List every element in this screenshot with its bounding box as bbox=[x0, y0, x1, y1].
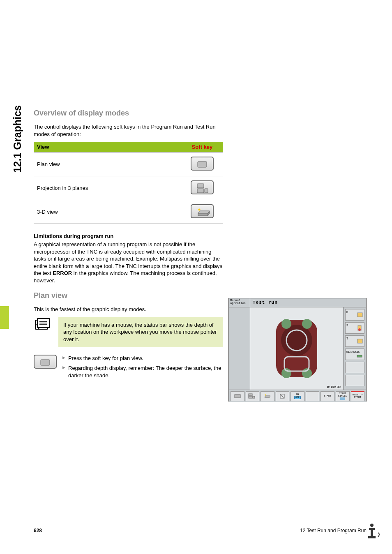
sk-onoff[interactable]: ON OFF bbox=[291, 391, 304, 401]
sk-start-single[interactable]: START SINGLE bbox=[336, 391, 350, 401]
col-header-view: View bbox=[34, 142, 182, 152]
svg-rect-3 bbox=[205, 189, 208, 193]
svg-rect-32 bbox=[368, 536, 376, 538]
sk-plan-icon[interactable] bbox=[231, 391, 244, 401]
svg-rect-20 bbox=[357, 355, 362, 357]
side-btn-diag-label: DIAGNOSIS bbox=[346, 351, 360, 353]
info-icon bbox=[364, 523, 380, 542]
side-btn-t-label: T bbox=[346, 337, 348, 340]
sp-right-col: M S T DIAGNOSIS bbox=[343, 307, 366, 390]
plan-intro: This is the fastest of the graphic displ… bbox=[34, 306, 223, 313]
section-title-plan: Plan view bbox=[34, 291, 223, 300]
svg-rect-2 bbox=[197, 189, 204, 193]
svg-point-4 bbox=[198, 209, 201, 211]
timer-value: 0:00:39 bbox=[327, 385, 341, 389]
step-softkey-icon bbox=[34, 355, 62, 370]
step-item: Press the soft key for plan view. bbox=[62, 355, 223, 362]
table-row: Projection in 3 planes bbox=[34, 176, 223, 200]
error-text: ERROR bbox=[53, 270, 72, 276]
page-footer: 628 12 Test Run and Program Run bbox=[34, 528, 367, 533]
cell-label: Projection in 3 planes bbox=[34, 176, 182, 200]
svg-point-9 bbox=[281, 325, 312, 356]
svg-rect-7 bbox=[41, 360, 50, 365]
svg-rect-0 bbox=[198, 162, 207, 167]
svg-rect-21 bbox=[235, 395, 240, 398]
table-row: 3-D view bbox=[34, 200, 223, 224]
sk-reset-start[interactable]: RESET + START bbox=[351, 391, 365, 401]
svg-rect-24 bbox=[253, 396, 255, 398]
sp-softkey-row: ON OFF START START SINGLE RESET + START bbox=[229, 390, 366, 402]
mode-label: Manual operation bbox=[229, 298, 250, 307]
svg-point-12 bbox=[281, 368, 291, 378]
main-content: Overview of display modes The control di… bbox=[34, 109, 223, 384]
svg-line-27 bbox=[280, 394, 284, 398]
note-block: If your machine has a mouse, the status … bbox=[34, 317, 223, 347]
intro-paragraph: The control displays the following soft … bbox=[34, 123, 223, 138]
sk-off-label: OFF bbox=[294, 396, 301, 399]
svg-point-29 bbox=[370, 524, 374, 527]
sk-3d-icon[interactable] bbox=[261, 391, 274, 401]
note-text: If your machine has a mouse, the status … bbox=[58, 317, 223, 347]
col-header-softkey: Soft key bbox=[182, 142, 223, 152]
limitations-paragraph: A graphical representation of a running … bbox=[34, 241, 223, 284]
sp-header: Manual operation Test run bbox=[229, 298, 366, 307]
softkey-plan-view-icon bbox=[191, 157, 214, 171]
side-btn-diagnosis[interactable]: DIAGNOSIS bbox=[345, 349, 364, 360]
svg-rect-22 bbox=[249, 394, 252, 396]
side-section-label: 12.1 Graphics bbox=[12, 107, 23, 173]
step-list: Press the soft key for plan view. Regard… bbox=[62, 355, 223, 382]
svg-rect-16 bbox=[357, 313, 362, 317]
note-icon bbox=[34, 317, 53, 334]
screen-title: Test run bbox=[250, 298, 366, 307]
side-btn-s[interactable]: S bbox=[345, 322, 364, 334]
svg-rect-19 bbox=[357, 339, 362, 343]
side-btn-m[interactable]: M bbox=[345, 309, 364, 321]
page-number: 628 bbox=[34, 528, 42, 533]
cell-label: 3-D view bbox=[34, 200, 182, 224]
step-item: Regarding depth display, remember: The d… bbox=[62, 365, 223, 379]
sk-3planes-icon[interactable] bbox=[246, 391, 260, 401]
sk-start[interactable]: START bbox=[321, 391, 334, 401]
cell-label: Plan view bbox=[34, 152, 182, 176]
sk-reset-label: RESET + START bbox=[352, 394, 364, 399]
sk-mag-icon[interactable] bbox=[276, 391, 290, 401]
sp-left-col bbox=[229, 307, 250, 390]
svg-rect-23 bbox=[249, 396, 252, 398]
softkey-3d-view-icon bbox=[191, 204, 214, 218]
svg-point-10 bbox=[281, 319, 291, 329]
svg-rect-28 bbox=[340, 397, 345, 400]
svg-point-11 bbox=[302, 319, 312, 329]
svg-rect-31 bbox=[371, 528, 373, 537]
step-row: Press the soft key for plan view. Regard… bbox=[34, 355, 223, 382]
side-btn-t[interactable]: T bbox=[345, 335, 364, 347]
sp-canvas: 0:00:39 bbox=[250, 307, 343, 390]
side-btn-m-label: M bbox=[346, 311, 348, 314]
side-btn-s-label: S bbox=[346, 324, 348, 327]
svg-point-18 bbox=[358, 328, 361, 331]
cnc-screenshot: Manual operation Test run 0:00:39 M bbox=[228, 298, 367, 402]
chapter-label: 12 Test Run and Program Run bbox=[300, 528, 367, 533]
side-btn-blank1[interactable] bbox=[345, 362, 364, 373]
svg-point-13 bbox=[302, 368, 312, 378]
sk-start-label: START bbox=[324, 395, 331, 397]
section-title-overview: Overview of display modes bbox=[34, 109, 223, 118]
table-row: Plan view bbox=[34, 152, 223, 176]
sk-start-single-label: START SINGLE bbox=[337, 392, 349, 397]
sk-blank[interactable] bbox=[306, 391, 320, 401]
page-edge-tab bbox=[0, 306, 9, 329]
side-btn-blank2[interactable] bbox=[345, 375, 364, 386]
svg-rect-1 bbox=[197, 184, 204, 188]
view-table: View Soft key Plan view Projection in 3 … bbox=[34, 142, 223, 224]
svg-point-25 bbox=[265, 394, 266, 395]
sp-body: 0:00:39 M S T DIAGNOSIS bbox=[229, 307, 366, 390]
softkey-3planes-icon bbox=[191, 180, 214, 194]
limitations-heading: Limitations during program run bbox=[34, 233, 223, 239]
